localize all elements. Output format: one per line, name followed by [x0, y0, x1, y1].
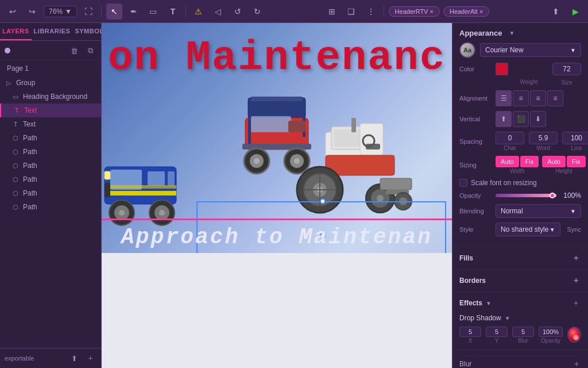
effects-caret: ▼	[486, 300, 492, 306]
warning-tool[interactable]: ⚠	[191, 3, 207, 20]
layer-text-2[interactable]: T Text	[0, 117, 101, 131]
add-effect-btn[interactable]: ＋	[571, 298, 581, 308]
line-input[interactable]: 100	[562, 132, 588, 144]
export-asset-btn[interactable]: ⬆	[68, 352, 80, 365]
line-spacing: 100 Line	[562, 132, 588, 151]
export-button[interactable]: ⬆	[548, 3, 564, 20]
add-export-btn[interactable]: ＋	[84, 352, 96, 365]
valign-bottom-btn[interactable]: ⬇	[530, 111, 546, 127]
align-tool[interactable]: ⋮	[363, 3, 379, 20]
ds-color-swatch[interactable]	[567, 327, 581, 343]
pen-tool[interactable]: ✒	[126, 3, 142, 20]
canvas-area[interactable]: on Maintenanc	[102, 23, 452, 368]
word-spacing: 5.9 Word	[529, 132, 558, 151]
zoom-control[interactable]: 76% ▼	[44, 6, 77, 17]
ds-x-col: 5 X	[459, 327, 481, 344]
shape-tool[interactable]: ▭	[145, 3, 161, 20]
layer-text-1[interactable]: T Text	[0, 103, 101, 117]
group-label: Group	[16, 79, 35, 87]
add-blur-btn[interactable]: ＋	[572, 359, 581, 368]
width-auto-btn[interactable]: Auto	[496, 156, 519, 167]
component-tool[interactable]: ❑	[343, 3, 359, 20]
text-tool[interactable]: T	[165, 3, 181, 20]
vehicle-tractor	[291, 115, 417, 218]
fills-header[interactable]: Fills ＋	[459, 253, 581, 263]
undo-button[interactable]: ↩	[5, 3, 21, 20]
delete-layer-btn[interactable]: 🗑	[68, 44, 80, 57]
style-label: Style	[459, 226, 491, 233]
add-fill-btn[interactable]: ＋	[571, 253, 581, 263]
layer-path-6[interactable]: ⬡ Path	[0, 200, 101, 214]
blending-select[interactable]: Normal ▼	[496, 204, 581, 218]
duplicate-layer-btn[interactable]: ⧉	[84, 44, 96, 57]
handle-top[interactable]	[320, 198, 326, 204]
height-fix-btn[interactable]: Fix	[567, 156, 586, 167]
sync-button[interactable]: Sync	[567, 226, 581, 233]
layer-path-2[interactable]: ⬡ Path	[0, 145, 101, 159]
height-auto-btn[interactable]: Auto	[542, 156, 566, 167]
weight-size-labels: Weight Size	[459, 76, 581, 87]
svg-rect-16	[334, 129, 363, 147]
align-justify-btn[interactable]: ≡	[547, 90, 563, 106]
tab-header-alt[interactable]: HeaderAlt ×	[443, 6, 489, 17]
color-swatch[interactable]	[496, 63, 508, 75]
grid-tool[interactable]: ⊞	[324, 3, 340, 20]
blur-row[interactable]: Blur ＋	[459, 356, 581, 368]
tab-layers[interactable]: LAYERS	[0, 23, 32, 40]
font-dropdown-icon: ▼	[570, 47, 576, 53]
char-input[interactable]: 0	[496, 132, 524, 144]
ds-x-input[interactable]: 5	[459, 327, 481, 337]
layer-path-1[interactable]: ⬡ Path	[0, 131, 101, 145]
word-label: Word	[536, 145, 550, 151]
right-panel: Appearance ▼ Aa Courier New ▼ Color 72	[452, 23, 588, 368]
opacity-value: 100%	[561, 191, 581, 200]
blur-label: Blur	[459, 360, 471, 368]
heading-bg-label: Heading Background	[23, 93, 87, 101]
svg-rect-39	[105, 191, 176, 195]
ds-y-input[interactable]: 5	[486, 327, 508, 337]
valign-middle-btn[interactable]: ⬛	[513, 111, 529, 127]
fit-view-button[interactable]: ⛶	[80, 3, 96, 20]
page-1-item[interactable]: Page 1	[0, 61, 101, 76]
ds-opacity-input[interactable]: 100%	[539, 327, 563, 337]
drop-shadow-caret: ▼	[505, 315, 510, 321]
rotate-ccw-tool[interactable]: ↺	[230, 3, 246, 20]
align-left-btn[interactable]: ☰	[496, 90, 512, 106]
borders-header[interactable]: Borders ＋	[459, 275, 581, 286]
layer-path-5[interactable]: ⬡ Path	[0, 186, 101, 200]
tab-libraries[interactable]: LIBRARIES	[32, 23, 73, 40]
rotate-cw-tool[interactable]: ↻	[249, 3, 265, 20]
play-button[interactable]: ▶	[567, 3, 583, 20]
layer-path-4[interactable]: ⬡ Path	[0, 172, 101, 186]
effects-header[interactable]: Effects ▼	[459, 299, 492, 307]
layer-heading-bg[interactable]: ▭ Heading Background	[0, 90, 101, 103]
style-select[interactable]: No shared style ▼	[496, 223, 560, 236]
align-right-btn[interactable]: ≡	[530, 90, 546, 106]
opacity-handle[interactable]	[550, 193, 555, 198]
svg-point-34	[399, 197, 407, 205]
font-size-input[interactable]: 72	[552, 63, 581, 75]
valign-top-btn[interactable]: ⬆	[496, 111, 512, 127]
scale-font-checkbox[interactable]	[459, 179, 467, 187]
redo-button[interactable]: ↪	[24, 3, 40, 20]
size-label: Size	[561, 79, 572, 86]
tab-header-rtv[interactable]: HeaderRTV ×	[389, 6, 440, 17]
transform-tool[interactable]: ◁	[210, 3, 226, 20]
exportable-label: exportable	[5, 355, 34, 362]
svg-point-45	[119, 210, 125, 216]
font-selector[interactable]: Courier New ▼	[480, 43, 581, 57]
word-input[interactable]: 5.9	[529, 132, 558, 144]
align-center-btn[interactable]: ≡	[513, 90, 529, 106]
add-border-btn[interactable]: ＋	[571, 275, 581, 286]
line-label: Line	[571, 145, 582, 151]
path-1-label: Path	[23, 134, 37, 142]
opacity-slider[interactable]	[496, 194, 556, 197]
cursor-tool[interactable]: ↖	[106, 3, 122, 20]
layer-group[interactable]: ▷ Group	[0, 76, 101, 90]
path-3-label: Path	[23, 162, 37, 170]
ds-blur-input[interactable]: 5	[512, 327, 534, 337]
layer-path-3[interactable]: ⬡ Path	[0, 159, 101, 172]
svg-rect-31	[380, 178, 412, 190]
vertical-buttons: ⬆ ⬛ ⬇	[496, 111, 546, 127]
width-fix-btn[interactable]: Fix	[520, 156, 539, 167]
